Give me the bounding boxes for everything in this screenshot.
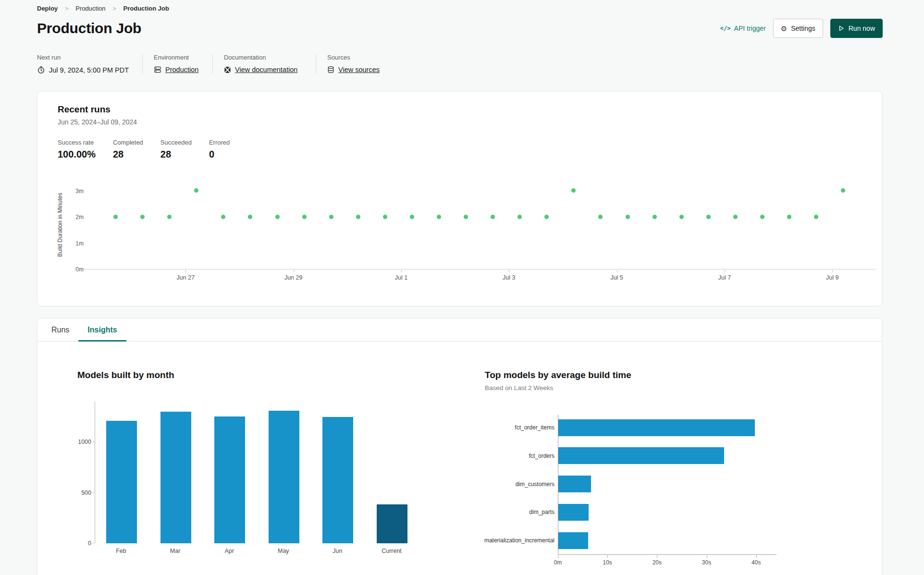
run-duration-point[interactable] — [760, 215, 764, 219]
page-title: Production Job — [37, 20, 141, 37]
run-duration-point[interactable] — [626, 215, 630, 219]
y-tick-label: 500 — [81, 489, 91, 496]
build-time-bar-dim_parts[interactable] — [558, 504, 589, 521]
run-duration-point[interactable] — [329, 215, 333, 219]
documentation-group: Documentation View documentation — [212, 54, 316, 74]
settings-button[interactable]: ⚙ Settings — [773, 19, 823, 38]
run-duration-point[interactable] — [356, 215, 360, 219]
next-run-group: Next run Jul 9, 2024, 5:00 PM PDT — [37, 54, 142, 74]
run-duration-point[interactable] — [302, 215, 307, 219]
breadcrumb-deploy[interactable]: Deploy — [37, 5, 58, 12]
y-tick-label: 1000 — [78, 439, 91, 445]
top-models-chart-title: Top models by average build time — [485, 370, 631, 380]
build-time-bar-fct_orders[interactable] — [558, 447, 724, 464]
x-category-label: Feb — [116, 548, 126, 554]
run-duration-point[interactable] — [706, 215, 711, 219]
top-models-plot — [558, 415, 776, 555]
run-duration-point[interactable] — [275, 215, 280, 219]
x-tick-label: Jul 5 — [610, 274, 623, 281]
run-duration-point[interactable] — [383, 215, 387, 219]
x-tick-mark — [294, 270, 294, 272]
view-sources-link[interactable]: View sources — [338, 66, 380, 73]
run-duration-point[interactable] — [248, 215, 252, 219]
build-time-bar-fct_order_items[interactable] — [558, 419, 755, 436]
month-bar-mar[interactable] — [160, 412, 191, 543]
clock-icon — [37, 66, 45, 74]
run-now-label: Run now — [849, 24, 875, 32]
breadcrumb-production[interactable]: Production — [75, 5, 105, 12]
y-tick-label: 0 — [88, 540, 91, 547]
tab-insights[interactable]: Insights — [78, 318, 126, 341]
stat-value: 100.00% — [58, 149, 96, 160]
run-duration-point[interactable] — [544, 215, 549, 219]
month-bar-feb[interactable] — [106, 421, 137, 543]
x-tick-label: Jul 7 — [718, 274, 731, 281]
top-models-chart-subtitle: Based on Last 2 Weeks — [485, 384, 553, 391]
settings-label: Settings — [791, 24, 815, 32]
run-duration-point[interactable] — [437, 215, 441, 219]
tab-runs[interactable]: Runs — [42, 318, 78, 341]
y-tick-mark — [93, 492, 95, 493]
run-duration-point[interactable] — [733, 215, 738, 219]
model-name-label: dim_parts — [529, 509, 554, 515]
view-documentation-link[interactable]: View documentation — [235, 66, 297, 73]
x-tick-mark — [509, 270, 509, 272]
environment-icon — [154, 66, 161, 73]
x-tick-label: Jun 27 — [177, 274, 195, 281]
scatter-plot-area — [78, 180, 875, 269]
x-tick-label: 10s — [603, 559, 612, 566]
model-name-label: dim_customers — [516, 481, 554, 488]
api-trigger-label: API trigger — [734, 24, 766, 32]
month-bar-jun[interactable] — [322, 417, 353, 543]
month-bar-apr[interactable] — [214, 416, 245, 543]
x-tick-mark — [185, 270, 186, 272]
month-bar-may[interactable] — [269, 411, 299, 543]
build-time-bar-materialization_incremental[interactable] — [558, 532, 588, 549]
run-duration-point[interactable] — [787, 215, 791, 219]
x-tick-mark — [657, 555, 657, 558]
recent-runs-card: Recent runs Jun 25, 2024–Jul 09, 2024 Su… — [37, 91, 882, 306]
run-duration-point[interactable] — [679, 215, 684, 219]
environment-label: Environment — [154, 54, 200, 61]
stat-value: 28 — [113, 149, 143, 160]
stat-completed: Completed 28 — [113, 139, 143, 160]
run-duration-point[interactable] — [841, 188, 845, 193]
x-tick-label: 40s — [752, 559, 761, 566]
model-name-label: fct_order_items — [515, 424, 554, 431]
run-duration-point[interactable] — [221, 215, 225, 219]
run-duration-point[interactable] — [571, 188, 576, 193]
production-job-page: Deploy > Production > Production Job Pro… — [0, 0, 924, 575]
run-now-button[interactable]: Run now — [830, 19, 883, 38]
top-models-x-ticks: 0m10s20s30s40s — [558, 555, 798, 568]
run-duration-point[interactable] — [491, 215, 495, 219]
sources-group: Sources View sources — [316, 54, 392, 74]
api-trigger-link[interactable]: </> API trigger — [720, 24, 766, 32]
next-run-label: Next run — [37, 54, 130, 61]
build-time-bar-dim_customers[interactable] — [558, 476, 591, 492]
run-duration-point[interactable] — [113, 215, 118, 219]
run-duration-point[interactable] — [517, 215, 522, 219]
environment-link[interactable]: Production — [165, 66, 198, 73]
code-icon: </> — [720, 25, 731, 32]
page-header: Production Job </> API trigger ⚙ Setting… — [37, 18, 883, 38]
x-tick-label: 30s — [702, 559, 711, 566]
run-duration-point[interactable] — [598, 215, 603, 219]
run-duration-point[interactable] — [653, 215, 657, 219]
run-duration-point[interactable] — [464, 215, 468, 219]
x-tick-label: Jul 3 — [503, 274, 515, 281]
run-duration-point[interactable] — [410, 215, 414, 219]
run-duration-point[interactable] — [194, 188, 198, 193]
y-tick-mark — [93, 543, 95, 543]
x-tick-mark — [832, 270, 833, 272]
sources-value: View sources — [327, 66, 380, 73]
x-tick-mark — [401, 270, 402, 272]
x-category-label: Jun — [333, 548, 342, 554]
model-name-label: materialization_incremental — [484, 537, 554, 544]
run-duration-point[interactable] — [814, 215, 818, 219]
run-duration-point[interactable] — [167, 215, 172, 219]
x-tick-mark — [707, 555, 707, 558]
run-duration-point[interactable] — [140, 215, 145, 219]
stat-label: Succeeded — [160, 139, 192, 146]
stat-label: Errored — [209, 139, 230, 146]
x-category-label: Mar — [170, 548, 181, 554]
